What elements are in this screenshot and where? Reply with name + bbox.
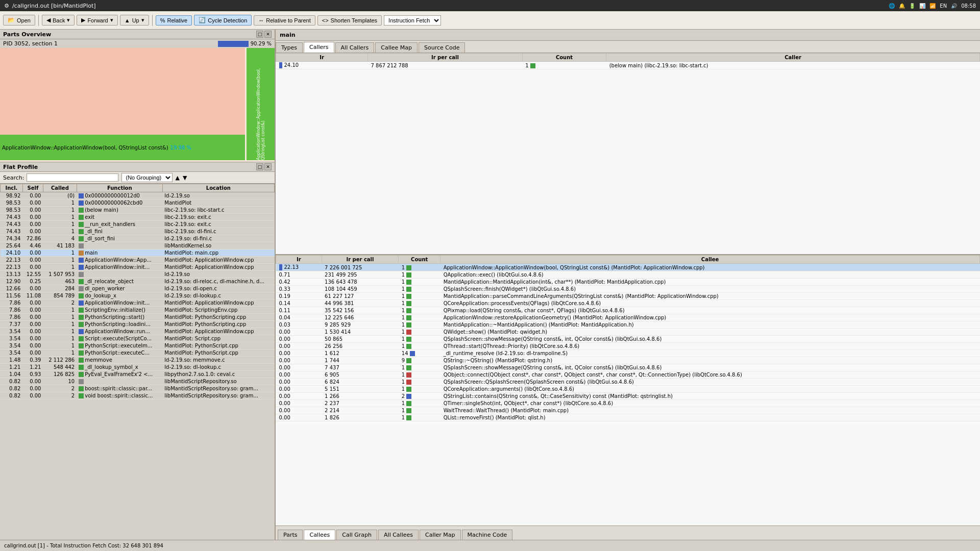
bottom-tab-machine-code[interactable]: Machine Code <box>462 530 513 540</box>
callers-table-container[interactable]: Ir Ir per call Count Caller 24.10 7 867 … <box>276 53 980 254</box>
table-row[interactable]: 7.37 0.00 1 PythonScripting::loadini... … <box>1 321 275 328</box>
cycle-detection-button[interactable]: 🔄 Cycle Detection <box>194 15 252 26</box>
up-button[interactable]: ▲ Up ▾ <box>120 15 149 26</box>
table-row[interactable]: 25.64 4.46 41 183 libMantidKernel.so <box>1 242 275 249</box>
table-row[interactable]: 74.43 0.00 1 exit libc-2.19.so: exit.c <box>1 214 275 221</box>
table-row[interactable]: 3.54 0.00 1 PythonScript::executeIm... M… <box>1 342 275 349</box>
event-type-select[interactable]: Instruction Fetch <box>384 15 441 26</box>
search-input[interactable] <box>27 173 118 182</box>
table-row[interactable]: 7.86 0.00 1 PythonScripting::start() Man… <box>1 314 275 321</box>
table-row[interactable]: 0.82 0.00 2 boost::spirit::classic::par.… <box>1 385 275 392</box>
col-location[interactable]: Location <box>162 184 274 192</box>
table-row[interactable]: 98.53 0.00 1 0x000000000062cbd0 MantidPl… <box>1 199 275 207</box>
table-row[interactable]: 3.54 0.00 1 ApplicationWindow::run... Ma… <box>1 328 275 335</box>
open-button[interactable]: 📂 Open <box>3 15 35 26</box>
table-row[interactable]: 11.56 11.08 854 789 do_lookup_x ld-2.19.… <box>1 292 275 299</box>
table-row[interactable]: 24.10 7 867 212 788 1 (below main) (libc… <box>276 62 980 69</box>
table-row[interactable]: 22.13 7 226 001 725 1 ApplicationWindow:… <box>276 264 980 271</box>
table-row[interactable]: 0.00 26 256 1 QThread::start(QThread::Pr… <box>276 343 980 350</box>
table-row[interactable]: 0.19 61 227 127 1 MantidApplication::par… <box>276 293 980 300</box>
table-row[interactable]: 0.00 1 612 14 _dl_runtime_resolve (ld-2.… <box>276 350 980 357</box>
col-incl[interactable]: Incl. <box>1 184 23 192</box>
table-row[interactable]: 0.82 0.00 10 libMantidScriptRepository.s… <box>1 378 275 385</box>
table-row[interactable]: 74.43 0.00 1 __run_exit_handlers libc-2.… <box>1 221 275 228</box>
treemap-green-main[interactable]: ApplicationWindow::ApplicationWindow(boo… <box>0 135 245 160</box>
table-row[interactable]: 0.14 44 996 381 1 QCoreApplication::proc… <box>276 300 980 307</box>
table-row[interactable]: 13.13 12.55 1 507 953 ld-2.19.so <box>1 271 275 278</box>
table-row[interactable]: 1.21 1.21 548 442 _dl_lookup_symbol_x ld… <box>1 364 275 371</box>
table-row[interactable]: 0.71 231 499 295 1 QApplication::exec() … <box>276 271 980 279</box>
table-row[interactable]: 3.54 0.00 1 PythonScript::executeC... Ma… <box>1 349 275 357</box>
table-row[interactable]: 0.11 35 542 156 1 QPixmap::load(QString … <box>276 307 980 314</box>
table-row[interactable]: 0.03 9 285 929 1 MantidApplication::~Man… <box>276 321 980 329</box>
close-btn[interactable]: ✕ <box>264 31 272 38</box>
callee-col-count[interactable]: Count <box>399 256 440 264</box>
table-row[interactable]: 98.53 0.00 1 (below main) libc-2.19.so: … <box>1 207 275 214</box>
tab-callee-map[interactable]: Callee Map <box>375 42 418 53</box>
table-row[interactable]: 98.92 0.00 (0) 0x0000000000012d0 ld-2.19… <box>1 192 275 199</box>
callee-col-callee[interactable]: Callee <box>440 256 980 264</box>
incl-cell: 7.37 <box>1 321 23 328</box>
relative-to-parent-button[interactable]: ↔ Relative to Parent <box>254 15 315 26</box>
table-row[interactable]: 74.34 72.86 4 _dl_sort_fini ld-2.19.so: … <box>1 235 275 242</box>
table-row[interactable]: 1.48 0.39 2 112 286 memmove ld-2.19.so: … <box>1 357 275 364</box>
table-row[interactable]: 12.66 0.00 284 dl_open_worker ld-2.19.so… <box>1 285 275 292</box>
table-row[interactable]: 0.00 50 865 1 QSplashScreen::showMessage… <box>276 336 980 343</box>
table-row[interactable]: 0.00 1 744 9 QString::~QString() (Mantid… <box>276 357 980 364</box>
col-self[interactable]: Self <box>22 184 43 192</box>
table-row[interactable]: 0.00 1 266 2 QStringList::contains(QStri… <box>276 393 980 400</box>
shorten-templates-button[interactable]: <> Shorten Templates <box>317 15 382 26</box>
callee-col-ir-per-call[interactable]: Ir per call <box>322 256 399 264</box>
callers-col-ir-per-call[interactable]: Ir per call <box>368 54 523 62</box>
table-row[interactable]: 0.00 6 905 1 QObject::connect(QObject co… <box>276 371 980 379</box>
bottom-tab-call-graph[interactable]: Call Graph <box>336 530 377 540</box>
table-row[interactable]: 0.00 5 151 1 QCoreApplication::arguments… <box>276 386 980 393</box>
table-row[interactable]: 0.33 108 104 459 1 QSplashScreen::finish… <box>276 286 980 293</box>
function-cell: ApplicationWindow::App... <box>77 257 162 264</box>
table-row[interactable]: 22.13 0.00 1 ApplicationWindow::App... M… <box>1 257 275 264</box>
table-row[interactable]: 24.10 0.00 1 main MantidPlot: main.cpp <box>1 249 275 257</box>
callers-col-count[interactable]: Count <box>522 54 606 62</box>
col-called[interactable]: Called <box>43 184 77 192</box>
table-row[interactable]: 1.04 0.93 126 825 PyEval_EvalFrameEx'2 <… <box>1 371 275 378</box>
table-row[interactable]: 0.00 6 824 1 QSplashScreen::QSplashScree… <box>276 379 980 386</box>
tab-callers[interactable]: Callers <box>304 42 334 53</box>
forward-button[interactable]: ▶ Forward ▾ <box>77 15 117 26</box>
callee-table-container[interactable]: Ir Ir per call Count Callee 22.13 7 226 … <box>276 255 980 525</box>
tab-types[interactable]: Types <box>276 42 303 53</box>
bottom-tab-parts[interactable]: Parts <box>278 530 303 540</box>
table-row[interactable]: 0.00 1 826 1 QList::removeFirst() (Manti… <box>276 414 980 421</box>
table-row[interactable]: 7.86 0.00 1 ScriptingEnv::initialize() M… <box>1 307 275 314</box>
callers-col-ir[interactable]: Ir <box>276 54 368 62</box>
callee-col-ir[interactable]: Ir <box>276 256 322 264</box>
bottom-tab-caller-map[interactable]: Caller Map <box>420 530 461 540</box>
relative-button[interactable]: % Relative <box>156 15 192 26</box>
fp-close-btn[interactable]: ✕ <box>264 163 272 170</box>
table-row[interactable]: 0.82 0.00 2 void boost::spirit::classic.… <box>1 392 275 399</box>
tab-all-callers[interactable]: All Callers <box>335 42 375 53</box>
table-row[interactable]: 0.00 2 237 1 QTimer::singleShot(int, QOb… <box>276 400 980 407</box>
grouping-select[interactable]: (No Grouping) <box>121 173 173 182</box>
table-row[interactable]: 74.43 0.00 1 _dl_fini libc-2.19.so: dl-f… <box>1 228 275 235</box>
table-row[interactable]: 22.13 0.00 1 ApplicationWindow::init... … <box>1 264 275 271</box>
table-row[interactable]: 0.00 1 530 414 1 QWidget::show() (Mantid… <box>276 329 980 336</box>
maximize-btn[interactable]: □ <box>256 31 263 38</box>
col-function[interactable]: Function <box>77 184 162 192</box>
fp-maximize-btn[interactable]: □ <box>256 163 263 170</box>
bottom-tab-callees[interactable]: Callees <box>304 530 335 540</box>
callers-col-caller[interactable]: Caller <box>606 54 980 62</box>
table-row[interactable]: 0.04 12 225 646 1 ApplicationWindow::res… <box>276 314 980 321</box>
table-row[interactable]: 7.86 0.00 2 ApplicationWindow::init... M… <box>1 299 275 307</box>
table-row[interactable]: 3.54 0.00 1 Script::execute(ScriptCo... … <box>1 335 275 342</box>
tab-source-code[interactable]: Source Code <box>419 42 465 53</box>
treemap-main[interactable]: ApplicationWindow::ApplicationWindow(boo… <box>0 48 275 160</box>
flat-profile-table-container[interactable]: Incl. Self Called Function Location 98.9… <box>0 184 275 540</box>
table-row[interactable]: 12.90 0.25 463 _dl_relocate_object ld-2.… <box>1 278 275 285</box>
table-row[interactable]: 0.00 2 214 1 WaitThread::WaitThread() (M… <box>276 407 980 414</box>
table-row[interactable]: 0.00 7 437 1 QSplashScreen::showMessage(… <box>276 364 980 371</box>
scroll-down-btn[interactable]: ▼ <box>183 174 187 181</box>
back-button[interactable]: ◀ Back ▾ <box>42 15 75 26</box>
scroll-up-btn[interactable]: ▲ <box>176 174 180 181</box>
bottom-tab-all-callees[interactable]: All Callees <box>378 530 419 540</box>
table-row[interactable]: 0.42 136 643 478 1 MantidApplication::Ma… <box>276 279 980 286</box>
